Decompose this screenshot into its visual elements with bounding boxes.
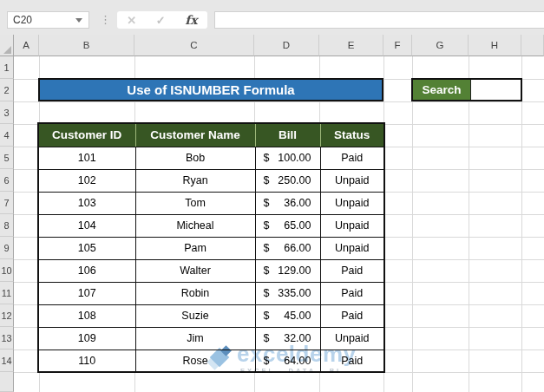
enter-icon[interactable]: ✓ (156, 14, 166, 27)
table-header-customer-id[interactable]: Customer ID (38, 123, 135, 147)
row-header-8[interactable]: 8 (0, 214, 14, 237)
row-header-13[interactable]: 13 (0, 327, 14, 350)
row-header-7[interactable]: 7 (0, 192, 14, 214)
name-box[interactable]: C20 (7, 11, 89, 29)
cell-customer-id[interactable]: 106 (38, 259, 135, 282)
select-all-triangle-icon (3, 46, 11, 54)
column-header-d[interactable]: D (254, 35, 319, 56)
gridline (521, 56, 522, 392)
cell-customer-id[interactable]: 105 (38, 237, 135, 259)
cell-bill[interactable]: $100.00 (255, 147, 320, 169)
column-header-partial[interactable] (521, 35, 544, 56)
row-header-partial[interactable] (0, 372, 14, 392)
bill-amount: 65.00 (284, 219, 311, 232)
cancel-icon[interactable]: ✕ (127, 14, 136, 27)
cell-status[interactable]: Unpaid (320, 214, 384, 237)
cell-customer-id[interactable]: 101 (38, 147, 135, 169)
cell-customer-name[interactable]: Bob (135, 147, 255, 169)
cell-customer-id[interactable]: 109 (38, 327, 135, 350)
bill-amount: 335.00 (278, 287, 311, 299)
insert-function-icon[interactable]: fx (185, 13, 197, 27)
bill-amount: 45.00 (284, 310, 311, 322)
currency-symbol: $ (264, 310, 270, 322)
cell-bill[interactable]: $45.00 (255, 304, 320, 327)
row-header-1[interactable]: 1 (0, 56, 14, 79)
row-headers: 1234567891011121314 (0, 56, 14, 392)
column-header-c[interactable]: C (134, 35, 254, 56)
cell-status[interactable]: Paid (320, 350, 384, 372)
row-header-5[interactable]: 5 (0, 147, 14, 169)
cell-customer-name[interactable]: Walter (135, 259, 255, 282)
row-header-12[interactable]: 12 (0, 304, 14, 327)
select-all-corner[interactable] (0, 35, 14, 56)
bill-amount: 64.00 (284, 355, 311, 367)
column-header-a[interactable]: A (14, 35, 39, 56)
cell-customer-name[interactable]: Jim (135, 327, 255, 350)
table-row: 101Bob$100.00Paid (38, 147, 384, 169)
cell-status[interactable]: Unpaid (320, 169, 384, 192)
currency-symbol: $ (264, 242, 270, 254)
table-header-status[interactable]: Status (320, 123, 384, 147)
formula-bar-strip: C20 ⋮ ✕ ✓ fx (0, 0, 544, 36)
table-row: 107Robin$335.00Paid (38, 282, 384, 304)
row-header-3[interactable]: 3 (0, 101, 14, 124)
column-header-b[interactable]: B (39, 35, 134, 56)
cell-bill[interactable]: $64.00 (255, 350, 320, 372)
cell-customer-id[interactable]: 102 (38, 169, 135, 192)
bill-amount: 129.00 (278, 265, 311, 277)
cell-customer-id[interactable]: 108 (38, 304, 135, 327)
cell-status[interactable]: Unpaid (320, 192, 384, 214)
table-header-bill[interactable]: Bill (255, 123, 320, 147)
cell-customer-id[interactable]: 107 (38, 282, 135, 304)
customer-table: Customer IDCustomer NameBillStatus 101Bo… (37, 122, 385, 373)
table-row: 108Suzie$45.00Paid (38, 304, 384, 327)
cell-customer-id[interactable]: 103 (38, 192, 135, 214)
formula-bar-input[interactable] (214, 11, 544, 29)
row-header-4[interactable]: 4 (0, 124, 14, 147)
column-header-g[interactable]: G (412, 35, 469, 56)
cell-customer-id[interactable]: 104 (38, 214, 135, 237)
cell-customer-name[interactable]: Suzie (135, 304, 255, 327)
cell-customer-id[interactable]: 110 (38, 350, 135, 372)
gridline (469, 56, 469, 392)
table-row: 103Tom$36.00Unpaid (38, 192, 384, 214)
cell-bill[interactable]: $129.00 (255, 259, 320, 282)
column-header-h[interactable]: H (469, 35, 521, 56)
column-header-f[interactable]: F (383, 35, 412, 56)
currency-symbol: $ (264, 219, 270, 232)
cell-status[interactable]: Paid (320, 147, 384, 169)
cell-bill[interactable]: $65.00 (255, 214, 320, 237)
cell-status[interactable]: Unpaid (320, 327, 384, 350)
cell-bill[interactable]: $36.00 (255, 192, 320, 214)
currency-symbol: $ (264, 332, 270, 344)
cell-customer-name[interactable]: Robin (135, 282, 255, 304)
row-header-9[interactable]: 9 (0, 237, 14, 259)
cell-customer-name[interactable]: Ryan (135, 169, 255, 192)
cell-bill[interactable]: $250.00 (255, 169, 320, 192)
row-header-14[interactable]: 14 (0, 350, 14, 372)
table-header-customer-name[interactable]: Customer Name (135, 123, 255, 147)
search-input-cell[interactable] (470, 80, 521, 100)
cell-status[interactable]: Unpaid (320, 237, 384, 259)
cell-customer-name[interactable]: Micheal (135, 214, 255, 237)
cell-customer-name[interactable]: Pam (135, 237, 255, 259)
currency-symbol: $ (264, 197, 270, 209)
cell-bill[interactable]: $66.00 (255, 237, 320, 259)
row-header-11[interactable]: 11 (0, 282, 14, 304)
table-row: 102Ryan$250.00Unpaid (38, 169, 384, 192)
gridline (412, 56, 413, 392)
cell-bill[interactable]: $335.00 (255, 282, 320, 304)
row-header-2[interactable]: 2 (0, 79, 14, 101)
cell-customer-name[interactable]: Rose (135, 350, 255, 372)
row-header-6[interactable]: 6 (0, 169, 14, 192)
cell-status[interactable]: Paid (320, 259, 384, 282)
title-banner-cell[interactable]: Use of ISNUMBER Formula (38, 78, 383, 101)
name-box-dropdown-icon[interactable] (75, 18, 82, 23)
row-header-10[interactable]: 10 (0, 259, 14, 282)
cell-bill[interactable]: $32.00 (255, 327, 320, 350)
column-header-e[interactable]: E (319, 35, 383, 56)
table-row: 110Rose$64.00Paid (38, 350, 384, 372)
cell-status[interactable]: Paid (320, 282, 384, 304)
cell-customer-name[interactable]: Tom (135, 192, 255, 214)
cell-status[interactable]: Paid (320, 304, 384, 327)
